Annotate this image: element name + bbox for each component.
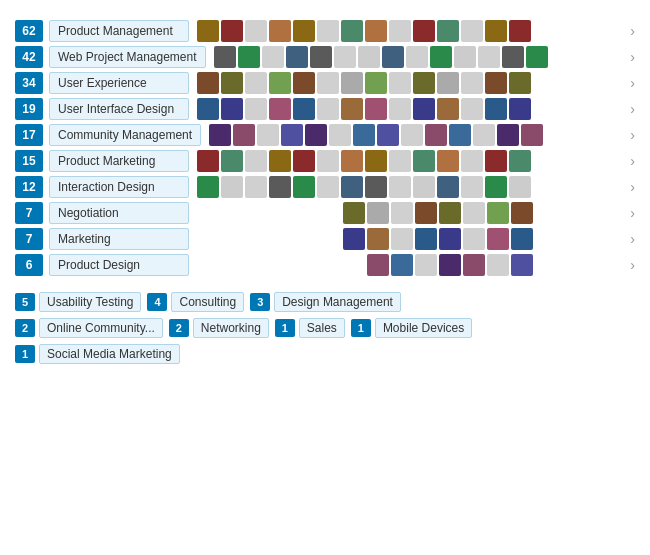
avatar [221, 98, 243, 120]
also-skill-label: Social Media Marketing [39, 344, 180, 364]
avatar [269, 20, 291, 42]
also-skill-label: Networking [193, 318, 269, 338]
skill-label: Product Management [49, 20, 189, 42]
avatar [367, 254, 389, 276]
avatar [389, 150, 411, 172]
also-count-badge: 1 [275, 319, 295, 337]
chevron-right-icon[interactable]: › [630, 101, 635, 117]
also-item[interactable]: 4Consulting [147, 292, 244, 312]
count-badge: 19 [15, 98, 43, 120]
avatar [317, 150, 339, 172]
chevron-right-icon[interactable]: › [630, 205, 635, 221]
chevron-right-icon[interactable]: › [630, 23, 635, 39]
endorsed-row[interactable]: 42Web Project Management› [15, 46, 635, 68]
also-skill-label: Consulting [171, 292, 244, 312]
also-item[interactable]: 5Usability Testing [15, 292, 141, 312]
avatar [415, 202, 437, 224]
avatar [389, 98, 411, 120]
avatar [353, 124, 375, 146]
count-badge: 15 [15, 150, 43, 172]
avatar [391, 228, 413, 250]
also-item[interactable]: 3Design Management [250, 292, 401, 312]
most-endorsed-section: 62Product Management›42Web Project Manag… [15, 20, 635, 276]
also-item[interactable]: 1Sales [275, 318, 345, 338]
avatar [401, 124, 423, 146]
avatar [305, 124, 327, 146]
also-count-badge: 1 [351, 319, 371, 337]
avatar [197, 72, 219, 94]
avatar [197, 98, 219, 120]
endorsed-row[interactable]: 7Negotiation› [15, 202, 635, 224]
also-item[interactable]: 1Mobile Devices [351, 318, 472, 338]
avatar [293, 20, 315, 42]
also-skill-label: Sales [299, 318, 345, 338]
endorsed-row[interactable]: 15Product Marketing› [15, 150, 635, 172]
endorsed-row[interactable]: 34User Experience› [15, 72, 635, 94]
avatar [269, 98, 291, 120]
endorsed-row[interactable]: 19User Interface Design› [15, 98, 635, 120]
chevron-right-icon[interactable]: › [630, 75, 635, 91]
count-badge: 7 [15, 202, 43, 224]
avatar [209, 124, 231, 146]
skill-label: User Experience [49, 72, 189, 94]
also-item[interactable]: 1Social Media Marketing [15, 344, 180, 364]
endorsed-row[interactable]: 6Product Design› [15, 254, 635, 276]
endorsed-row[interactable]: 62Product Management› [15, 20, 635, 42]
avatar [415, 254, 437, 276]
skill-label: Negotiation [49, 202, 189, 224]
also-count-badge: 5 [15, 293, 35, 311]
avatar [310, 46, 332, 68]
avatar [497, 124, 519, 146]
avatar-group [197, 176, 626, 198]
avatar [521, 124, 543, 146]
endorsed-row[interactable]: 17Community Management› [15, 124, 635, 146]
avatar [262, 46, 284, 68]
avatar [413, 72, 435, 94]
chevron-right-icon[interactable]: › [630, 153, 635, 169]
avatar [509, 20, 531, 42]
avatar [487, 228, 509, 250]
avatar [509, 72, 531, 94]
avatar [485, 72, 507, 94]
avatar-group [209, 124, 626, 146]
also-count-badge: 4 [147, 293, 167, 311]
avatar [509, 176, 531, 198]
avatar [473, 124, 495, 146]
chevron-right-icon[interactable]: › [630, 49, 635, 65]
chevron-right-icon[interactable]: › [630, 231, 635, 247]
also-item[interactable]: 2Online Community... [15, 318, 163, 338]
avatar [461, 72, 483, 94]
endorsed-list: 62Product Management›42Web Project Manag… [15, 20, 635, 276]
also-count-badge: 1 [15, 345, 35, 363]
avatar [437, 98, 459, 120]
skill-label: Product Marketing [49, 150, 189, 172]
endorsed-row[interactable]: 7Marketing› [15, 228, 635, 250]
avatar [341, 98, 363, 120]
avatar [487, 202, 509, 224]
also-item[interactable]: 2Networking [169, 318, 269, 338]
avatar [221, 20, 243, 42]
also-knows-row: 2Online Community...2Networking1Sales1Mo… [15, 318, 635, 338]
avatar [367, 202, 389, 224]
avatar-group [197, 20, 626, 42]
avatar [487, 254, 509, 276]
avatar [293, 150, 315, 172]
chevron-right-icon[interactable]: › [630, 179, 635, 195]
skill-label: Marketing [49, 228, 189, 250]
avatar [281, 124, 303, 146]
avatar [365, 98, 387, 120]
avatar [439, 254, 461, 276]
avatar [245, 98, 267, 120]
avatar [329, 124, 351, 146]
chevron-right-icon[interactable]: › [630, 257, 635, 273]
avatar [461, 150, 483, 172]
avatar [461, 98, 483, 120]
endorsed-row[interactable]: 12Interaction Design› [15, 176, 635, 198]
avatar [463, 254, 485, 276]
avatar-group [197, 98, 626, 120]
avatar [413, 20, 435, 42]
avatar [257, 124, 279, 146]
avatar [509, 150, 531, 172]
chevron-right-icon[interactable]: › [630, 127, 635, 143]
avatar [509, 98, 531, 120]
